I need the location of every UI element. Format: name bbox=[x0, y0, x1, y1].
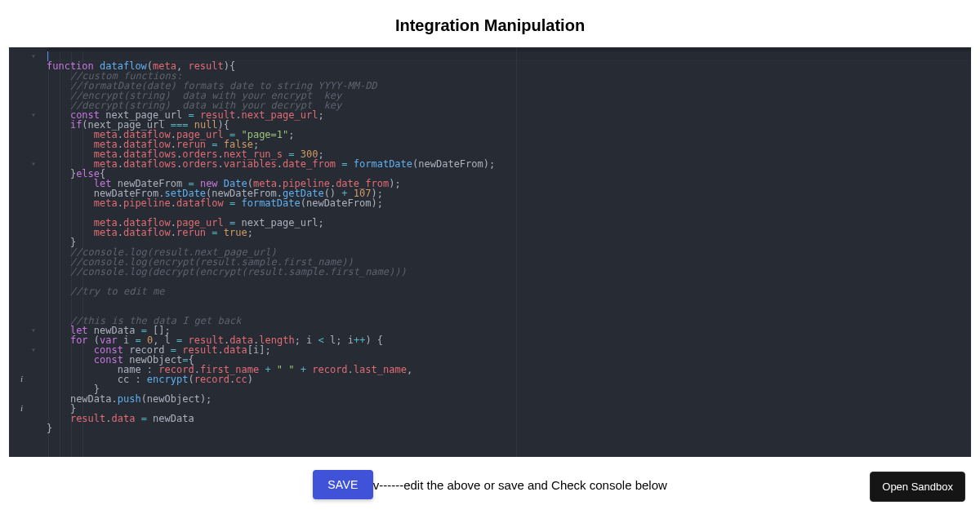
footer-row: SAVE v------edit the above or save and C… bbox=[0, 457, 980, 512]
fold-icon[interactable]: ▾ bbox=[31, 110, 36, 120]
fold-icon[interactable]: ▾ bbox=[31, 345, 36, 355]
editor-gutter: ▾ ▾ ▾ ▾ ▾ i i bbox=[9, 47, 47, 457]
info-icon[interactable]: i bbox=[20, 403, 23, 413]
code-content[interactable]: function dataflow(meta, result){ //custo… bbox=[47, 51, 971, 433]
info-icon[interactable]: i bbox=[20, 374, 23, 383]
edit-hint-text: v------edit the above or save and Check … bbox=[373, 478, 667, 492]
page-title: Integration Manipulation bbox=[0, 16, 980, 35]
code-editor[interactable]: ▾ ▾ ▾ ▾ ▾ i i function dataflow(meta, re… bbox=[9, 47, 971, 457]
page-header: Integration Manipulation bbox=[0, 0, 980, 47]
save-button[interactable]: SAVE bbox=[313, 470, 373, 499]
open-sandbox-button[interactable]: Open Sandbox bbox=[870, 472, 965, 502]
fold-icon[interactable]: ▾ bbox=[31, 159, 36, 169]
fold-icon[interactable]: ▾ bbox=[31, 51, 36, 61]
fold-icon[interactable]: ▾ bbox=[31, 326, 36, 335]
